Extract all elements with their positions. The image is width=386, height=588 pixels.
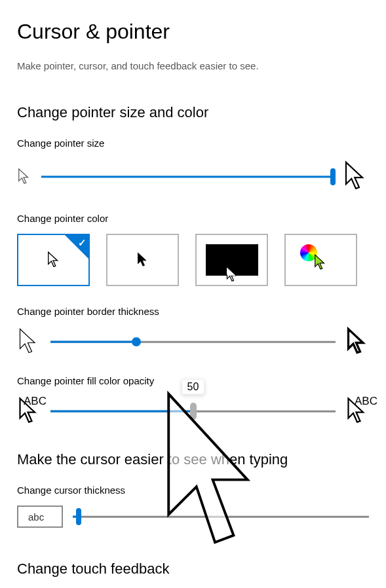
color-option-black[interactable]: [106, 234, 179, 286]
color-option-inverted[interactable]: [195, 234, 268, 286]
pointer-size-row: [17, 158, 369, 194]
pointer-border-row: [17, 327, 369, 357]
pointer-opacity-slider[interactable]: 50: [50, 401, 336, 421]
section-heading-cursor: Make the cursor easier to see when typin…: [17, 451, 369, 468]
page-title: Cursor & pointer: [17, 20, 369, 44]
pointer-opacity-row: ABC 50 ABC: [17, 396, 369, 426]
section-heading-touch: Change touch feedback: [17, 560, 369, 578]
opacity-sample-left: ABC: [17, 396, 41, 426]
cursor-sample-text: abc: [28, 511, 44, 523]
color-option-custom[interactable]: [284, 234, 357, 286]
opacity-tooltip: 50: [182, 379, 205, 395]
cursor-thickness-label: Change cursor thickness: [17, 485, 369, 496]
pointer-size-label: Change pointer size: [17, 138, 369, 149]
pointer-large-icon: [343, 158, 369, 194]
pointer-thin-border-icon: [17, 327, 41, 357]
abc-right-text: ABC: [355, 395, 377, 408]
cursor-thickness-sample: abc: [17, 505, 63, 528]
cursor-thickness-thumb[interactable]: [76, 508, 81, 525]
section-heading-size-color: Change pointer size and color: [17, 104, 369, 121]
cursor-thickness-slider[interactable]: [73, 507, 369, 526]
abc-left-text: ABC: [24, 395, 47, 408]
pointer-color-options: ✓: [17, 234, 369, 286]
pointer-small-icon: [17, 168, 31, 186]
pointer-size-slider[interactable]: [41, 167, 333, 187]
pointer-size-thumb[interactable]: [330, 168, 336, 185]
pointer-border-thumb[interactable]: [132, 337, 141, 346]
pointer-border-label: Change pointer border thickness: [17, 306, 369, 317]
opacity-sample-right: ABC: [345, 396, 369, 426]
pointer-thick-border-icon: [345, 327, 369, 357]
pointer-color-label: Change pointer color: [17, 213, 369, 224]
cursor-thickness-row: abc: [17, 505, 369, 528]
pointer-opacity-thumb[interactable]: [190, 403, 197, 420]
color-option-white[interactable]: ✓: [17, 234, 90, 286]
pointer-border-slider[interactable]: [50, 332, 336, 352]
checkmark-icon: ✓: [78, 237, 87, 249]
page-subtitle: Make pointer, cursor, and touch feedback…: [17, 60, 369, 71]
